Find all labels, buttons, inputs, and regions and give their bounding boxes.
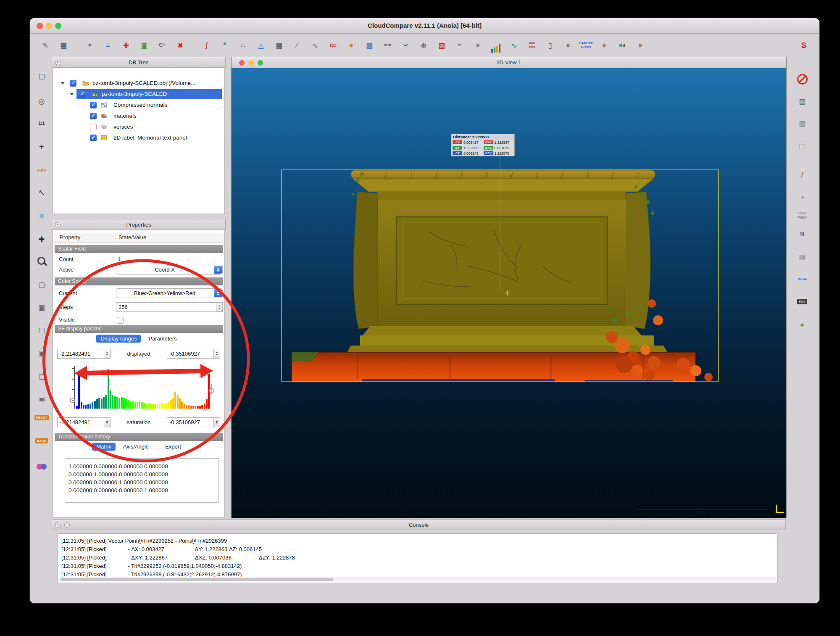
dock-button[interactable]	[55, 60, 61, 65]
sf-filter-icon[interactable]: ʃ	[200, 38, 214, 53]
tree-row-mesh[interactable]: pz-tomb-3mpoly-SCALED	[53, 89, 223, 99]
tab-export[interactable]: Export	[161, 443, 185, 451]
compute-normals-icon[interactable]: *	[218, 38, 232, 53]
front-view-icon[interactable]: FRONT	[34, 410, 49, 425]
tree-row-2d-label[interactable]: 2D label: Memorial text panel	[53, 133, 223, 143]
color-scale-dropdown[interactable]: Blue>Green>Yellow>Red	[116, 288, 223, 298]
translate-tool-icon[interactable]: ✚	[34, 232, 49, 246]
raster-icon[interactable]: ▩	[362, 38, 377, 53]
steps-spinbox[interactable]: 256	[116, 302, 223, 312]
facets-icon[interactable]: ●	[795, 318, 809, 332]
view-cube-icon-2[interactable]: ▣	[34, 300, 49, 314]
disable-gl-filter-icon[interactable]	[795, 72, 809, 86]
merge-icon[interactable]: C+	[155, 38, 169, 53]
gl-filter-icon-1[interactable]: ▨	[795, 94, 809, 108]
displayed-max-field[interactable]: -0.35106927	[167, 349, 214, 359]
stepper[interactable]	[214, 417, 220, 427]
curve-plot-icon[interactable]: ∿	[507, 38, 521, 53]
color-scale-editor-icon[interactable]	[34, 459, 49, 474]
clip-box-icon[interactable]: ▧	[434, 38, 449, 53]
view-cube-icon-4[interactable]: ▣	[34, 346, 49, 360]
ruler-icon[interactable]: ▯	[543, 38, 557, 53]
displayed-min-field[interactable]: -2.21482491	[57, 349, 104, 359]
camera-settings-icon[interactable]: ◎	[34, 94, 49, 108]
rotate-cross-icon[interactable]: ⊕	[416, 38, 431, 53]
view-cube-icon-6[interactable]: ▣	[34, 392, 49, 406]
profile-icon[interactable]: ∿	[308, 38, 322, 53]
octree-icon[interactable]: ∴	[236, 38, 250, 53]
disclosure-triangle-icon[interactable]	[70, 93, 74, 95]
kd-tree-icon[interactable]: Kd	[615, 38, 629, 53]
fit-plane-icon[interactable]: ∕	[290, 38, 304, 53]
overflow-chevron-icon[interactable]: »	[471, 38, 485, 53]
range-handle-left[interactable]	[70, 398, 75, 403]
view-cube-icon-5[interactable]: ▢	[34, 369, 49, 383]
horizontal-scrollbar[interactable]	[59, 577, 776, 581]
saturation-max-field[interactable]: -0.35106927	[167, 417, 214, 427]
clone-icon[interactable]: ▣	[137, 38, 151, 53]
saturation-min-field[interactable]: -2.21482491	[57, 417, 104, 427]
pcv-icon[interactable]: PCV	[795, 294, 809, 309]
stepper[interactable]	[104, 349, 111, 359]
back-view-icon[interactable]: BACK	[34, 433, 49, 448]
visible-checkbox[interactable]	[117, 317, 124, 324]
polyline-icon[interactable]: ≈	[453, 38, 467, 53]
tab-axis-angle[interactable]: Axis/Angle	[119, 443, 153, 451]
display-options-icon[interactable]: ≡	[101, 38, 115, 53]
tree-checkbox[interactable]	[90, 124, 97, 130]
poisson-icon[interactable]: ●	[344, 38, 358, 53]
tree-checkbox[interactable]	[90, 135, 97, 141]
mesh-icon[interactable]: △	[254, 38, 268, 53]
pick-center-icon[interactable]: ⌖	[83, 38, 97, 53]
hpr-icon[interactable]: ▨	[795, 250, 809, 264]
console-close-icon[interactable]: ×	[55, 522, 61, 528]
sra-plugin-icon[interactable]: S	[797, 38, 811, 53]
tab-parameters[interactable]: Parameters	[144, 335, 181, 343]
dropdown-arrows-icon[interactable]	[214, 266, 222, 274]
tab-display-ranges[interactable]: Display ranges	[96, 335, 141, 343]
tab-matrix[interactable]: Matrix	[92, 443, 115, 451]
overflow-chevron-icon-4[interactable]: »	[633, 38, 648, 53]
brush-icon[interactable]: /	[795, 168, 809, 182]
view-cube-icon-3[interactable]: ▢	[34, 323, 49, 337]
active-sf-dropdown[interactable]: Coord X	[116, 265, 223, 274]
view-cube-icon-1[interactable]: ▢	[34, 277, 49, 292]
disclosure-triangle-icon[interactable]	[61, 82, 65, 84]
console-log[interactable]: [12:31:05] [Picked] Vector Point@Tri#229…	[57, 533, 778, 583]
tree-checkbox[interactable]	[90, 113, 97, 119]
color-picker-icon[interactable]: ◔	[795, 191, 809, 205]
minmax-icon[interactable]: min max	[525, 38, 539, 53]
point-picking-icon[interactable]: ✚	[119, 38, 133, 53]
steps-value[interactable]: 256	[116, 302, 216, 312]
stepper[interactable]	[214, 349, 220, 359]
segment-icon[interactable]: ✂	[398, 38, 413, 53]
sor-filter-icon[interactable]: SOR	[380, 38, 395, 53]
bbox-cube-icon[interactable]: ■	[34, 208, 49, 223]
tree-row-vertices[interactable]: vertices	[53, 122, 223, 132]
render-screen-icon[interactable]: ▢	[34, 69, 49, 83]
cc-plugin-icon[interactable]: CC	[326, 38, 340, 53]
tree-checkbox[interactable]	[70, 80, 76, 87]
subsample-icon[interactable]: ▦	[272, 38, 286, 53]
range-handle-right[interactable]	[209, 388, 214, 393]
tree-row-normals[interactable]: Compressed normals	[53, 100, 223, 110]
overflow-chevron-icon-2[interactable]: »	[561, 38, 575, 53]
auto-pick-icon[interactable]: auto	[34, 163, 49, 177]
console-dock-icon[interactable]: ◦	[64, 522, 70, 528]
dock-button[interactable]	[55, 222, 61, 227]
tree-row-root[interactable]: pz-tomb-3mpoly-SCALED.obj (/Volume...	[53, 78, 223, 88]
save-icon[interactable]: ▤	[56, 38, 71, 53]
tree-checkbox[interactable]	[79, 91, 86, 98]
zoom-tool-icon[interactable]	[34, 254, 49, 269]
stepper[interactable]	[216, 302, 223, 312]
tree-checkbox[interactable]	[90, 102, 97, 108]
global-zoom-icon[interactable]: +	[34, 140, 49, 154]
gl-filter-icon-2[interactable]: ▨	[795, 116, 809, 130]
viewport-3d[interactable]: Distance: 1.222883 ΔX 0.003427 ΔXY 1.222…	[232, 68, 786, 518]
open-icon[interactable]: ✎	[38, 38, 53, 53]
m3c2-icon[interactable]: M3C2	[795, 272, 809, 286]
dropdown-arrows-icon[interactable]	[214, 289, 222, 297]
pick-arrow-icon[interactable]: ↖	[34, 185, 49, 200]
histogram-icon[interactable]	[489, 38, 503, 53]
delete-icon[interactable]: ✖	[173, 38, 187, 53]
